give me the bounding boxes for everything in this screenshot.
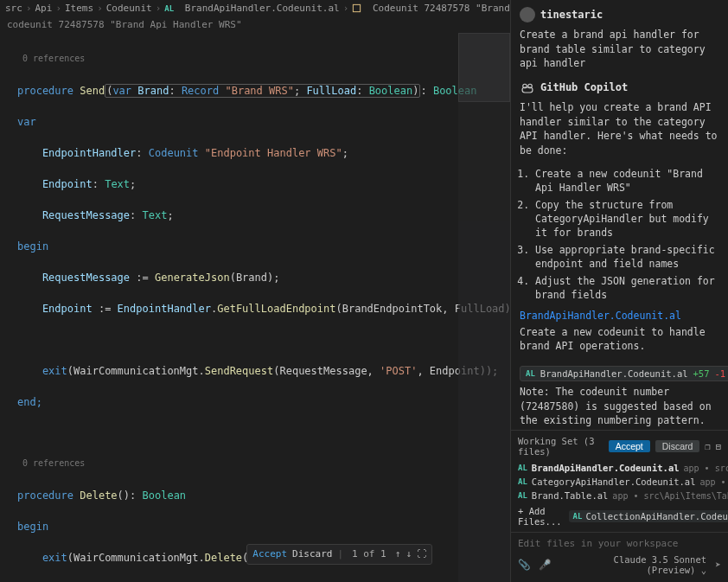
editor-panel: src › Api › Items › Codeunit › AL BrandA… <box>0 0 510 582</box>
code-content: 0 references procedure Send(var Brand: R… <box>0 33 510 582</box>
chip-label: CollectionApiHandler.Codeunit.al <box>585 511 728 521</box>
working-set-item[interactable]: AL CategoryApiHandler.Codeunit.al app • … <box>518 475 721 489</box>
suggestion-counter: 1 of 1 <box>348 547 390 562</box>
chevron-right-icon: › <box>156 3 162 14</box>
bot-note: Note: The codeunit number (72487580) is … <box>520 385 719 430</box>
chevron-right-icon: › <box>343 3 349 14</box>
list-item: Adjust the JSON generation for brand fie… <box>535 274 719 302</box>
add-files-button[interactable]: + Add Files... <box>518 506 562 527</box>
working-set-title: Working Set (3 files) <box>518 436 603 457</box>
codelens-references[interactable]: 0 references <box>22 52 510 67</box>
collapse-icon[interactable]: ⊟ <box>716 441 721 451</box>
file-path: app • src\... <box>684 464 728 473</box>
file-link[interactable]: BrandApiHandler.Codeunit.al <box>520 310 719 322</box>
list-item: Copy the structure from CategoryApiHandl… <box>535 198 719 240</box>
user-avatar <box>520 7 535 22</box>
expand-icon[interactable]: ⛶ <box>417 547 426 562</box>
svg-rect-0 <box>354 4 361 11</box>
al-file-icon: AL <box>518 477 527 486</box>
file-chip[interactable]: AL CollectionApiHandler.Codeunit.al × <box>569 510 728 522</box>
diff-insertions: +57 <box>693 368 710 379</box>
al-file-icon: AL <box>518 491 527 500</box>
al-file-icon: AL <box>573 512 583 521</box>
chevron-right-icon: › <box>55 3 61 14</box>
chat-input-area: Edit files in your workspace 📎 🎤 Claude … <box>511 532 728 582</box>
breadcrumb-segment[interactable]: src <box>5 3 22 14</box>
chevron-right-icon: › <box>26 3 32 14</box>
breadcrumb-symbol[interactable]: Codeunit 72487578 "Brand Api Handler WRS… <box>352 3 510 14</box>
list-item: Create a new codeunit "Brand Api Handler… <box>535 167 719 195</box>
username: tinestaric <box>540 9 603 21</box>
file-name: Brand.Table.al <box>532 490 609 501</box>
working-set-item[interactable]: AL BrandApiHandler.Codeunit.al app • src… <box>518 461 721 475</box>
chevron-right-icon: › <box>97 3 103 14</box>
file-name: BrandApiHandler.Codeunit.al <box>532 463 680 473</box>
working-set-item[interactable]: AL Brand.Table.al app • src\Api\Items\Ta… <box>518 489 721 502</box>
collection-icon[interactable]: ❐ <box>705 441 710 451</box>
breadcrumb-segment[interactable]: Codeunit <box>106 3 152 14</box>
arrow-down-icon[interactable]: ↓ <box>406 547 412 562</box>
model-selector[interactable]: Claude 3.5 Sonnet (Preview) ⌄ <box>559 554 706 575</box>
file-name: CategoryApiHandler.Codeunit.al <box>532 476 696 487</box>
minimap-viewport[interactable] <box>458 33 510 102</box>
file-description: Create a new codeunit to handle brand AP… <box>520 325 719 354</box>
send-icon[interactable]: ➤ <box>715 559 721 571</box>
diff-deletions: -1 <box>715 368 726 379</box>
inline-suggestion-toolbar: Accept Discard | 1 of 1 ↑ ↓ ⛶ <box>246 544 432 566</box>
chevron-down-icon: ⌄ <box>701 565 706 575</box>
user-message: Create a brand api handler for brand tab… <box>520 28 719 71</box>
bot-intro: I'll help you create a brand API handler… <box>520 100 719 158</box>
codeunit-icon <box>352 3 361 13</box>
code-change-badge[interactable]: AL BrandApiHandler.Codeunit.al +57 -1 <box>520 366 728 381</box>
chat-input[interactable]: Edit files in your workspace <box>518 538 721 549</box>
accept-button[interactable]: Accept <box>609 440 650 452</box>
breadcrumb-segment[interactable]: Items <box>65 3 93 14</box>
accept-button[interactable]: Accept <box>252 547 287 562</box>
breadcrumbs: src › Api › Items › Codeunit › AL BrandA… <box>0 0 510 16</box>
copilot-icon <box>520 80 535 95</box>
bot-name: GitHub Copilot <box>540 81 628 93</box>
al-file-icon: AL <box>164 4 174 13</box>
chat-scroll[interactable]: tinestaric Create a brand api handler fo… <box>511 0 728 430</box>
al-file-icon: AL <box>526 369 535 378</box>
steps-list: Create a new codeunit "Brand Api Handler… <box>520 167 719 303</box>
microphone-icon[interactable]: 🎤 <box>539 559 551 571</box>
attach-icon[interactable]: 📎 <box>518 559 530 571</box>
file-path: app • src\... <box>700 477 729 487</box>
working-set-section: Working Set (3 files) Accept Discard ❐ ⊟… <box>511 430 728 532</box>
discard-button[interactable]: Discard <box>655 440 700 452</box>
code-editor[interactable]: 0 references procedure Send(var Brand: R… <box>0 33 510 582</box>
codeunit-subtitle: codeunit 72487578 "Brand Api Handler WRS… <box>0 16 510 33</box>
arrow-up-icon[interactable]: ↑ <box>395 547 401 562</box>
file-path: app • src\Api\Items\Table <box>612 491 728 501</box>
minimap[interactable] <box>458 33 510 582</box>
copilot-chat-panel: tinestaric Create a brand api handler fo… <box>510 0 728 582</box>
discard-button[interactable]: Discard <box>292 547 332 562</box>
breadcrumb-file[interactable]: AL BrandApiHandler.Codeunit.al <box>164 3 339 14</box>
badge-filename: BrandApiHandler.Codeunit.al <box>540 368 688 379</box>
list-item: Use appropriate brand-specific endpoint … <box>535 243 719 271</box>
codelens-references[interactable]: 0 references <box>22 457 510 472</box>
al-file-icon: AL <box>518 464 527 472</box>
breadcrumb-segment[interactable]: Api <box>35 3 53 14</box>
